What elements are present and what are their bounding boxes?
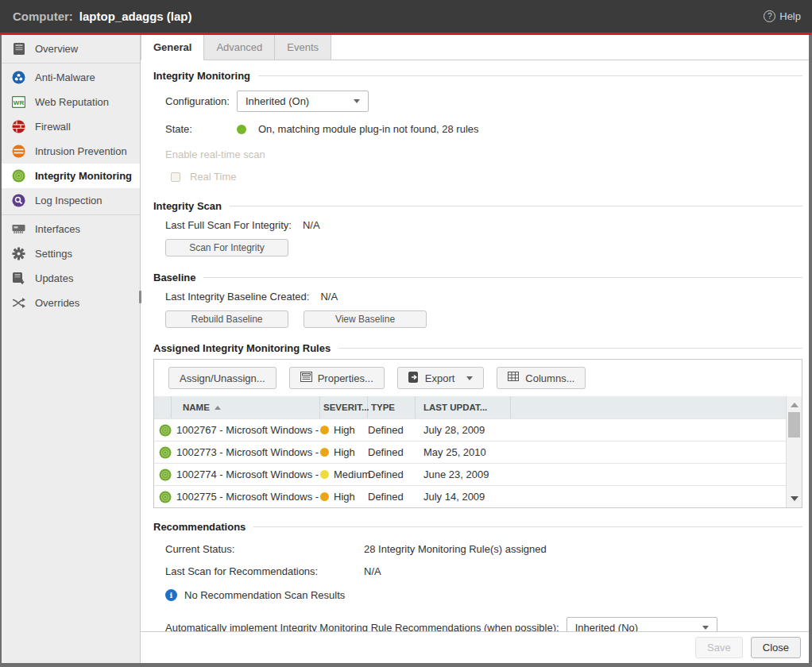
info-icon: i (165, 589, 177, 601)
sidebar-item-overrides[interactable]: Overrides (2, 291, 140, 315)
severity-label: High (334, 446, 355, 458)
sidebar-item-label: Web Reputation (35, 96, 109, 108)
configuration-value: Inherited (On) (246, 95, 347, 107)
rule-row[interactable]: 1002774 - Microsoft Windows - ...MediumD… (154, 463, 786, 485)
rule-severity: Medium (320, 468, 368, 480)
sidebar-item-updates[interactable]: Updates (2, 266, 140, 291)
section-integrity-monitoring-header: Integrity Monitoring (153, 70, 802, 82)
integrity-rule-icon (154, 468, 172, 481)
updates-icon (12, 272, 25, 285)
current-status-row: Current Status: 28 Integrity Monitoring … (165, 543, 802, 555)
last-baseline-value: N/A (320, 291, 338, 303)
sidebar-item-overview[interactable]: Overview (2, 37, 140, 61)
chevron-down-icon (466, 376, 473, 380)
configuration-dropdown[interactable]: Inherited (On) (237, 91, 369, 112)
sidebar-item-label: Log Inspection (35, 195, 102, 206)
section-recommendations-header: Recommendations (153, 521, 802, 533)
rule-row[interactable]: 1002767 - Microsoft Windows - ...HighDef… (154, 418, 786, 441)
last-recommendation-scan-label: Last Scan for Recommendations: (165, 565, 364, 577)
scrollbar-thumb[interactable] (788, 412, 800, 438)
main-area: OverviewAnti-MalwareWRWeb ReputationFire… (0, 35, 812, 667)
header-type[interactable]: TYPE (368, 396, 416, 418)
overrides-icon (12, 296, 25, 310)
integrity-rule-icon (154, 446, 172, 459)
chevron-down-icon (702, 626, 709, 630)
columns-label: Columns... (525, 372, 574, 384)
auto-implement-dropdown[interactable]: Inherited (No) (566, 617, 717, 631)
sidebar-separator (2, 214, 140, 215)
last-full-scan-value: N/A (303, 219, 320, 231)
header-name[interactable]: NAME (172, 396, 320, 418)
configuration-label: Configuration: (165, 95, 237, 107)
rules-grid: NAME SEVERIT... TYPE LAST UPDAT... 10027… (154, 396, 802, 507)
columns-button[interactable]: Columns... (497, 367, 586, 389)
rule-name: 1002775 - Microsoft Windows - ... (172, 491, 320, 503)
enable-realtime-scan-label: Enable real-time scan (165, 148, 802, 160)
rule-row[interactable]: 1002773 - Microsoft Windows - ...HighDef… (154, 441, 786, 463)
sidebar-item-interfaces[interactable]: Interfaces (2, 217, 140, 241)
tab-general[interactable]: General (141, 35, 204, 60)
sidebar-item-label: Overview (35, 43, 78, 55)
close-button[interactable]: Close (751, 637, 801, 658)
footer-bar: Save Close (141, 631, 809, 663)
rules-table-scrollbar[interactable] (786, 396, 802, 507)
sidebar-item-intrusion-prevention[interactable]: Intrusion Prevention (2, 139, 140, 164)
properties-button[interactable]: Properties... (289, 367, 385, 389)
sort-ascending-icon (215, 406, 221, 410)
sidebar-item-settings[interactable]: Settings (2, 241, 140, 266)
integrity-scan-actions: Scan For Integrity (165, 239, 802, 256)
rule-severity: High (320, 424, 368, 436)
interfaces-icon (12, 222, 25, 236)
help-button[interactable]: ? Help (764, 10, 801, 22)
tab-advanced[interactable]: Advanced (204, 35, 275, 60)
rules-toolbar: Assign/Unassign... Properties... Export (154, 360, 802, 396)
log-inspection-icon (12, 194, 25, 207)
scan-for-integrity-button[interactable]: Scan For Integrity (165, 239, 288, 256)
auto-implement-value: Inherited (No) (575, 622, 696, 631)
severity-label: Medium (334, 468, 370, 480)
configuration-row: Configuration: Inherited (On) (165, 91, 802, 112)
state-on-indicator (237, 125, 246, 134)
integrity-rule-icon (154, 424, 172, 437)
sidebar-item-integrity-monitoring[interactable]: Integrity Monitoring (2, 164, 140, 188)
rule-last-updated: July 28, 2009 (416, 424, 511, 436)
rule-row[interactable]: 1002775 - Microsoft Windows - ...HighDef… (154, 485, 786, 507)
section-title: Assigned Integrity Monitoring Rules (153, 342, 331, 354)
severity-label: High (334, 424, 355, 436)
tab-bar: General Advanced Events (141, 35, 809, 60)
tab-events[interactable]: Events (275, 35, 331, 60)
header-icon-column (154, 396, 172, 418)
header-last-updated[interactable]: LAST UPDAT... (416, 396, 511, 418)
rule-severity: High (320, 491, 368, 503)
export-button[interactable]: Export (397, 367, 485, 389)
sidebar-item-anti-malware[interactable]: Anti-Malware (2, 65, 140, 90)
save-button: Save (695, 637, 743, 658)
sidebar-item-label: Intrusion Prevention (35, 145, 127, 157)
last-baseline-row: Last Integrity Baseline Created: N/A (165, 291, 802, 303)
scroll-up-icon[interactable] (791, 403, 798, 407)
view-baseline-button[interactable]: View Baseline (304, 310, 427, 328)
sidebar-resize-handle[interactable] (139, 291, 141, 303)
sidebar-item-log-inspection[interactable]: Log Inspection (2, 188, 140, 213)
sidebar-item-firewall[interactable]: Firewall (2, 114, 140, 139)
realtime-row: Real Time (171, 171, 802, 183)
header-severity[interactable]: SEVERIT... (320, 396, 368, 418)
assign-unassign-button[interactable]: Assign/Unassign... (168, 367, 276, 389)
general-tab-content: Integrity Monitoring Configuration: Inhe… (141, 60, 809, 631)
no-scan-results-row: i No Recommendation Scan Results (165, 589, 802, 601)
last-recommendation-scan-row: Last Scan for Recommendations: N/A (165, 565, 802, 577)
section-rule (203, 277, 802, 278)
properties-label: Properties... (318, 372, 373, 384)
section-title: Integrity Scan (153, 200, 222, 212)
rule-type: Defined (368, 424, 416, 436)
severity-dot-icon (320, 470, 329, 479)
sidebar-item-web-reputation[interactable]: WRWeb Reputation (2, 90, 140, 114)
content-panel: General Advanced Events Integrity Monito… (141, 35, 809, 663)
rule-type: Defined (368, 446, 416, 458)
section-rule (258, 75, 802, 76)
scroll-down-icon[interactable] (791, 496, 798, 501)
rebuild-baseline-button[interactable]: Rebuild Baseline (165, 310, 288, 328)
rule-type: Defined (368, 491, 416, 503)
assigned-rules-table: Assign/Unassign... Properties... Export (153, 359, 802, 508)
header-filler (511, 396, 786, 418)
